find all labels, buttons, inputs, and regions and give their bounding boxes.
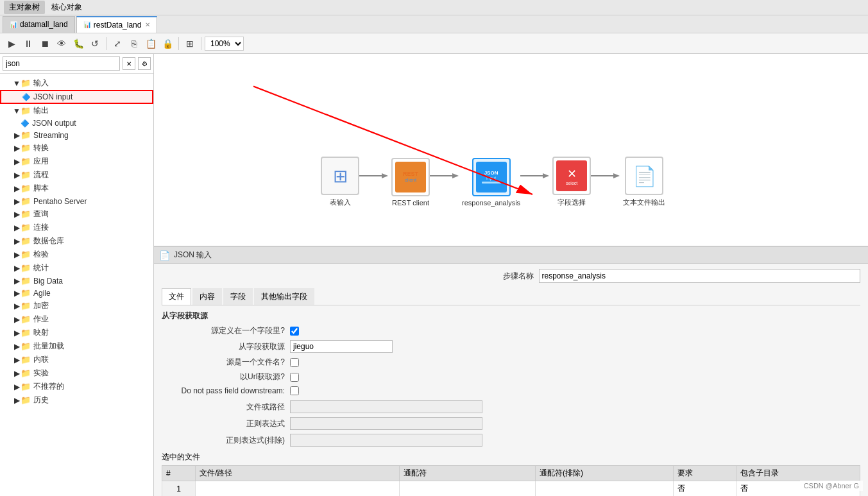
arrow-convert: ▶ (13, 144, 21, 153)
tree-folder-encrypt[interactable]: ▶ 📁 加密 (0, 299, 153, 312)
folder-encrypt-icon: 📁 (21, 301, 31, 311)
tree-folder-deprecated[interactable]: ▶ 📁 不推荐的 (0, 380, 153, 393)
lock-btn[interactable]: 🔒 (160, 36, 175, 51)
paste-btn[interactable]: 📋 (143, 36, 158, 51)
section-title: 从字段获取源 (162, 311, 860, 321)
tree-folder-connect[interactable]: ▶ 📁 连接 (0, 221, 153, 234)
tab-restdata[interactable]: 📊 restData_land ✕ (76, 16, 158, 33)
file-path-section: 文件或路径 正则表达式 正则表达式(排除) (162, 400, 860, 447)
field-is-filename: 源是一个文件名? (162, 357, 860, 368)
arrow-4-svg (591, 169, 623, 182)
tree-folder-experiment[interactable]: ▶ 📁 实验 (0, 366, 153, 380)
input-file-path[interactable] (290, 400, 482, 413)
folder-input-icon: 📁 (21, 78, 31, 88)
tree-item-json-output[interactable]: 🔷 JSON output (0, 117, 153, 129)
align-btn[interactable]: ⊞ (182, 36, 198, 51)
tab-datamall[interactable]: 📊 datamall_land (3, 16, 75, 33)
tree-folder-flow[interactable]: ▶ 📁 流程 (0, 168, 153, 182)
checkbox-no-pass[interactable] (290, 386, 299, 395)
checkbox-source-defined[interactable] (290, 327, 299, 336)
node-biaoru-icon: ⊞ (333, 166, 348, 187)
copy-btn[interactable]: ⎘ (126, 36, 142, 51)
inner-tab-file[interactable]: 文件 (162, 288, 191, 305)
tree-folder-dw[interactable]: ▶ 📁 数据仓库 (0, 234, 153, 248)
tree-folder-agile[interactable]: ▶ 📁 Agile (0, 287, 153, 299)
search-bar: ✕ ⚙ (0, 54, 153, 74)
search-clear-btn[interactable]: ✕ (123, 57, 135, 70)
search-input[interactable] (3, 56, 120, 71)
folder-inline-icon: 📁 (21, 355, 31, 364)
folder-flow-icon: 📁 (21, 170, 31, 180)
arrow-query: ▶ (13, 210, 21, 219)
arrow-connect: ▶ (13, 223, 21, 232)
tree-folder-input[interactable]: ▼ 📁 输入 (0, 76, 153, 90)
inner-tab-fields[interactable]: 字段 (223, 288, 253, 305)
pause-btn[interactable]: ⏸ (21, 36, 36, 51)
folder-script-label: 脚本 (33, 183, 49, 194)
checkbox-is-filename[interactable] (290, 358, 299, 367)
folder-query-icon: 📁 (21, 209, 31, 219)
checkbox-url-source[interactable] (290, 373, 299, 382)
tree-folder-history[interactable]: ▶ 📁 历史 (0, 393, 153, 407)
tree-folder-job[interactable]: ▶ 📁 作业 (0, 312, 153, 326)
debug-btn[interactable]: 🐛 (71, 36, 86, 51)
inner-tab-content[interactable]: 内容 (192, 288, 222, 305)
arrow-stats: ▶ (13, 264, 21, 273)
tree-folder-stats[interactable]: ▶ 📁 统计 (0, 261, 153, 275)
main-layout: ✕ ⚙ ▼ 📁 输入 🔷 JSON input ▼ 📁 输出 (0, 54, 868, 496)
step-name-row: 步骤名称 (162, 269, 860, 283)
node-biaoru-label: 表输入 (330, 198, 351, 207)
table-row[interactable]: 1 否 否 (162, 481, 860, 497)
inner-tab-other[interactable]: 其他输出字段 (254, 288, 314, 305)
selected-files-table-container: 选中的文件 # 文件/路径 通配符 通配符(排除) 要求 包含子目录 (162, 452, 860, 496)
dialog-body: 步骤名称 文件 内容 字段 其他输出字段 从字段获取源 源定义在一个字段里? (154, 264, 868, 496)
node-response[interactable]: JSON input response_analysis (462, 158, 520, 207)
node-ziduan[interactable]: ✕ select 字段选择 (552, 157, 591, 207)
field-source-from: 从字段获取源 (162, 340, 860, 353)
tree-folder-pentaho[interactable]: ▶ 📁 Pentaho Server (0, 195, 153, 207)
step-btn[interactable]: ⤢ (110, 36, 125, 51)
zoom-select[interactable]: 100% 50% 75% 125% 150% 200% (205, 37, 244, 51)
search-options-btn[interactable]: ⚙ (138, 57, 151, 70)
folder-query-label: 查询 (33, 209, 49, 219)
tree-folder-convert[interactable]: ▶ 📁 转换 (0, 141, 153, 155)
tree-folder-app[interactable]: ▶ 📁 应用 (0, 155, 153, 168)
folder-streaming-icon: 📁 (21, 130, 31, 140)
input-regex[interactable] (290, 417, 482, 430)
menu-bar: 主对象树 核心对象 (0, 0, 868, 15)
tab-restdata-close[interactable]: ✕ (145, 21, 150, 28)
input-regex-exclude[interactable] (290, 434, 482, 447)
cell-wildcard-excl[interactable] (535, 481, 673, 497)
step-name-label: 步骤名称 (482, 271, 534, 282)
menu-item-objects[interactable]: 主对象树 (4, 1, 45, 14)
preview-btn[interactable]: 👁 (54, 36, 69, 51)
folder-connect-label: 连接 (33, 222, 49, 233)
input-source-from[interactable] (290, 340, 393, 353)
run-btn[interactable]: ▶ (4, 36, 19, 51)
replay-btn[interactable]: ↺ (87, 36, 103, 51)
sidebar: ✕ ⚙ ▼ 📁 输入 🔷 JSON input ▼ 📁 输出 (0, 54, 154, 496)
tree-folder-script[interactable]: ▶ 📁 脚本 (0, 182, 153, 195)
tree-folder-check[interactable]: ▶ 📁 检验 (0, 248, 153, 261)
cell-path[interactable] (196, 481, 400, 497)
tree-folder-inline[interactable]: ▶ 📁 内联 (0, 353, 153, 366)
stop-btn[interactable]: ⏹ (37, 36, 53, 51)
node-biaoru[interactable]: ⊞ 表输入 (321, 157, 359, 207)
node-restclient[interactable]: REST client REST client (391, 158, 430, 207)
canvas-area[interactable]: ⊞ 表输入 REST client REST clie (154, 54, 868, 496)
label-no-pass: Do not pass field downstream: (162, 386, 290, 395)
tree-folder-bulkload[interactable]: ▶ 📁 批量加载 (0, 339, 153, 353)
cell-wildcard[interactable] (400, 481, 536, 497)
col-wildcard-excl: 通配符(排除) (535, 466, 673, 481)
tree-folder-bigdata[interactable]: ▶ 📁 Big Data (0, 275, 153, 287)
node-wenbenwenjian[interactable]: 📄 文本文件输出 (623, 157, 665, 207)
tree-folder-mapping[interactable]: ▶ 📁 映射 (0, 326, 153, 339)
tree-folder-query[interactable]: ▶ 📁 查询 (0, 207, 153, 221)
folder-bigdata-label: Big Data (33, 277, 63, 286)
step-name-input[interactable] (539, 269, 861, 283)
tree-item-json-input[interactable]: 🔷 JSON input (0, 90, 153, 104)
json-output-label: JSON output (32, 119, 76, 128)
menu-item-core[interactable]: 核心对象 (46, 1, 87, 14)
tree-folder-output[interactable]: ▼ 📁 输出 (0, 104, 153, 117)
tree-folder-streaming[interactable]: ▶ 📁 Streaming (0, 129, 153, 141)
